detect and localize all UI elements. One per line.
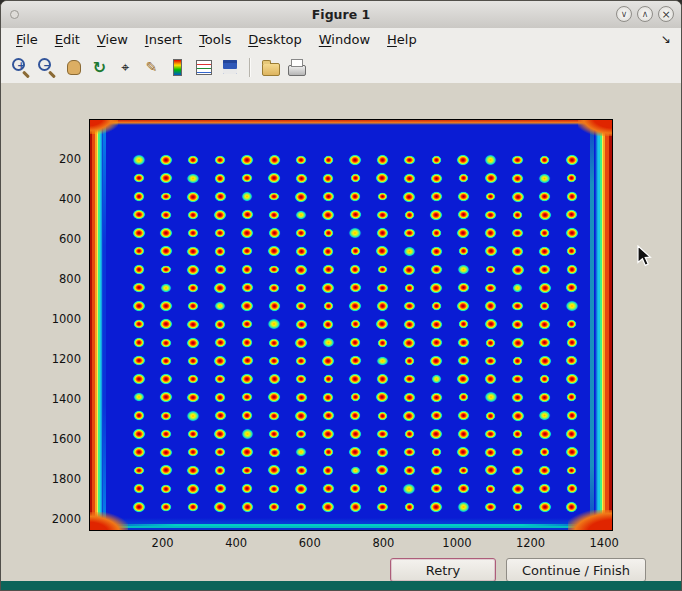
heat-spot — [241, 191, 253, 202]
heat-spot — [484, 245, 498, 257]
heat-spot — [377, 265, 388, 275]
heat-spot — [403, 173, 416, 184]
heat-spot — [241, 392, 252, 402]
insert-colorbar-icon[interactable] — [166, 56, 189, 79]
heat-spot — [511, 191, 525, 203]
toolbar: +−↻⌖✎ — [1, 51, 681, 84]
heat-spot — [402, 264, 416, 276]
heat-spot — [402, 410, 416, 422]
menu-view[interactable]: View — [90, 30, 135, 49]
heat-spot — [512, 283, 523, 293]
heat-spot — [375, 464, 389, 476]
heat-spot — [566, 264, 578, 275]
dock-figure-icon[interactable]: ↘ — [661, 32, 671, 46]
insert-legend-icon[interactable] — [192, 56, 215, 79]
zoom-out-icon[interactable]: − — [36, 56, 59, 79]
open-folder-icon[interactable] — [259, 56, 282, 79]
brush-icon[interactable]: ✎ — [140, 56, 163, 79]
heat-spot — [403, 319, 416, 330]
heat-spot — [512, 502, 523, 512]
figure-image — [89, 119, 613, 531]
heat-spot — [186, 337, 200, 349]
heat-spot — [323, 301, 334, 311]
heat-spot — [511, 246, 524, 257]
window-controls: ∨ ∧ × — [616, 6, 674, 22]
continue-finish-button[interactable]: Continue / Finish — [506, 558, 646, 582]
heat-spot — [322, 191, 335, 202]
heat-spot — [295, 155, 307, 166]
menu-desktop[interactable]: Desktop — [241, 30, 309, 49]
mouse-cursor — [637, 245, 652, 267]
y-tick-label: 1400 — [39, 392, 81, 406]
heat-spot — [456, 227, 470, 239]
heat-spot — [348, 227, 362, 239]
data-cursor-icon[interactable]: ⌖ — [114, 56, 137, 79]
heat-spot — [321, 209, 335, 221]
heat-spot — [377, 484, 388, 494]
pan-hand-icon[interactable] — [62, 56, 85, 79]
heat-spot — [187, 429, 198, 439]
heat-spot — [511, 264, 525, 276]
heat-spot — [160, 192, 171, 202]
heat-spot — [322, 465, 334, 476]
close-button[interactable]: × — [658, 6, 674, 22]
image-top-edge — [90, 120, 612, 125]
heat-spot — [511, 155, 523, 166]
image-corner-hotspot-top-left — [89, 119, 118, 134]
heat-spot — [566, 246, 577, 256]
zoom-in-icon[interactable]: + — [10, 56, 33, 79]
menu-insert[interactable]: Insert — [138, 30, 189, 49]
heat-spot — [565, 300, 579, 312]
heat-spot — [240, 373, 254, 385]
maximize-button[interactable]: ∧ — [637, 6, 653, 22]
heat-spot — [268, 429, 280, 440]
minimize-button[interactable]: ∨ — [616, 6, 632, 22]
heat-spot — [457, 191, 469, 202]
heat-spot — [484, 373, 497, 384]
image-bottom-edge — [90, 518, 612, 530]
heat-spot — [132, 209, 145, 220]
heat-spot — [186, 319, 199, 330]
heat-spot — [295, 246, 308, 257]
heat-spot — [538, 209, 552, 221]
heat-spot — [376, 227, 389, 238]
heat-spot — [159, 227, 172, 238]
menu-edit[interactable]: Edit — [48, 30, 87, 49]
print-icon[interactable] — [285, 56, 308, 79]
heat-spot — [376, 502, 388, 513]
heat-spot — [214, 465, 226, 476]
heat-spot — [214, 392, 226, 403]
figure-canvas: 200400600800100012001400160018002000 200… — [1, 83, 681, 583]
heat-spot — [240, 300, 254, 312]
menu-help[interactable]: Help — [380, 30, 424, 49]
menu-file[interactable]: File — [9, 30, 45, 49]
save-icon[interactable] — [218, 56, 241, 79]
heat-spot — [538, 319, 550, 330]
heat-spot — [132, 154, 146, 166]
heat-spot — [565, 227, 579, 239]
heat-spot — [538, 191, 551, 202]
heat-spot — [457, 337, 469, 348]
rotate-3d-icon[interactable]: ↻ — [88, 56, 111, 79]
x-tick-label: 800 — [365, 536, 401, 550]
heat-spot — [375, 172, 389, 184]
heat-spot — [485, 338, 496, 348]
heat-spot — [241, 355, 254, 366]
heat-spot — [133, 319, 144, 329]
heat-spot — [566, 392, 577, 402]
menu-window[interactable]: Window — [312, 30, 377, 49]
heat-spot — [429, 355, 443, 367]
heat-spot — [187, 447, 199, 458]
heat-spot — [214, 228, 225, 238]
heat-spot — [457, 282, 470, 293]
heat-spot — [132, 446, 146, 458]
image-left-edge — [90, 120, 103, 530]
retry-button[interactable]: Retry — [390, 558, 496, 582]
heat-spot — [429, 501, 443, 513]
heat-spot — [295, 210, 306, 220]
heat-spot — [484, 172, 498, 184]
heat-spot — [133, 466, 144, 476]
menu-tools[interactable]: Tools — [192, 30, 238, 49]
titlebar[interactable]: Figure 1 ∨ ∧ × — [1, 1, 681, 29]
heat-spot — [402, 483, 416, 495]
